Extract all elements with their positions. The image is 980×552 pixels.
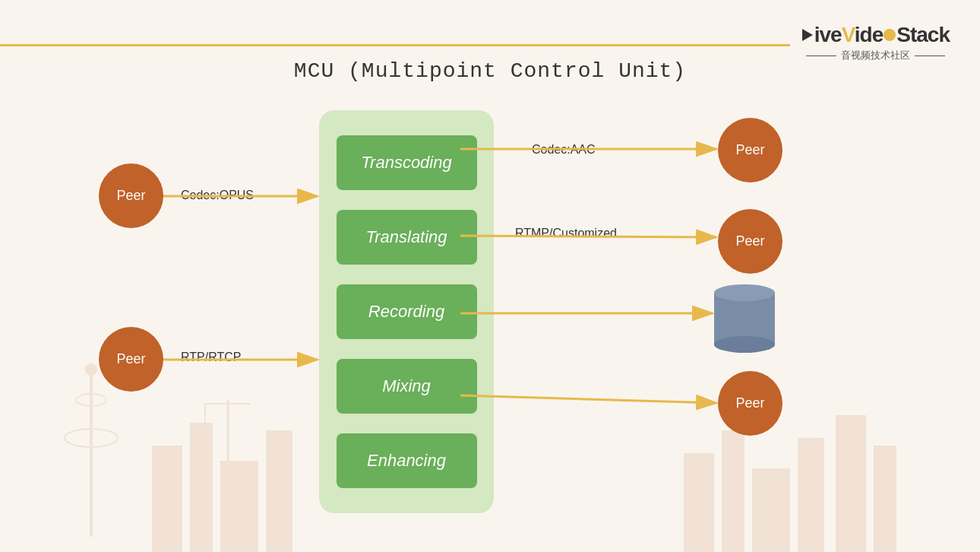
database-cylinder bbox=[714, 284, 775, 353]
svg-rect-14 bbox=[874, 446, 896, 552]
enhancing-block: Enhancing bbox=[337, 433, 477, 488]
recording-block: Recording bbox=[337, 284, 477, 339]
svg-rect-8 bbox=[266, 430, 292, 552]
svg-point-1 bbox=[85, 363, 97, 376]
peer-right-top: Peer bbox=[718, 118, 782, 182]
svg-point-3 bbox=[65, 429, 118, 447]
peer-right-mixing: Peer bbox=[718, 371, 782, 436]
svg-rect-7 bbox=[220, 461, 258, 552]
play-icon bbox=[802, 29, 813, 41]
logo-area: iveVideStack 音视频技术社区 bbox=[802, 23, 950, 62]
svg-rect-13 bbox=[836, 415, 866, 552]
top-decorative-line bbox=[0, 44, 790, 46]
svg-rect-11 bbox=[752, 468, 790, 552]
svg-point-4 bbox=[76, 394, 106, 406]
transcoding-block: Transcoding bbox=[337, 135, 477, 190]
page-title: MCU (Multipoint Control Unit) bbox=[0, 59, 980, 83]
peer-left-top: Peer bbox=[99, 163, 163, 228]
logo-text: iveVideStack bbox=[802, 23, 950, 47]
peer-right-mid: Peer bbox=[718, 209, 782, 274]
peer-left-bottom: Peer bbox=[99, 327, 163, 392]
label-codec-aac: Codec:AAC bbox=[532, 143, 596, 157]
svg-rect-9 bbox=[684, 453, 714, 552]
svg-rect-12 bbox=[798, 438, 824, 552]
mcu-container: Transcoding Translating Recording Mixing… bbox=[319, 110, 494, 513]
svg-rect-5 bbox=[152, 446, 182, 552]
circle-icon bbox=[884, 29, 896, 41]
db-top bbox=[714, 284, 775, 301]
svg-rect-10 bbox=[722, 430, 744, 552]
arrow-mixing-to-peer bbox=[460, 395, 716, 403]
label-rtp-rtcp: RTP/RTCP bbox=[181, 351, 241, 364]
mixing-block: Mixing bbox=[337, 359, 477, 414]
translating-block: Translating bbox=[337, 210, 477, 265]
db-bottom bbox=[714, 336, 775, 353]
label-rtmp-customized: RTMP/Customized bbox=[515, 227, 617, 240]
label-codec-opus: Codec:OPUS bbox=[181, 189, 254, 202]
svg-rect-6 bbox=[190, 423, 213, 552]
